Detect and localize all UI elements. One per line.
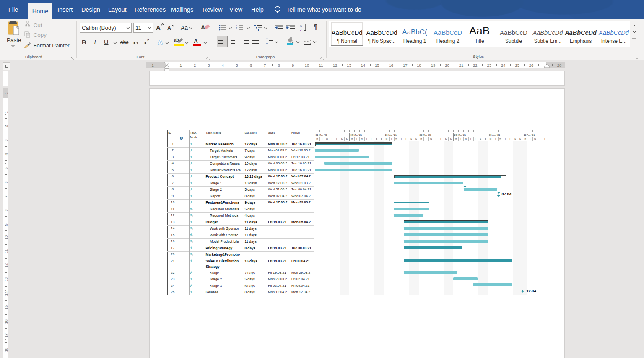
svg-text:A: A <box>300 24 302 28</box>
svg-text:2: 2 <box>236 27 237 29</box>
svg-text:Z: Z <box>300 28 302 32</box>
